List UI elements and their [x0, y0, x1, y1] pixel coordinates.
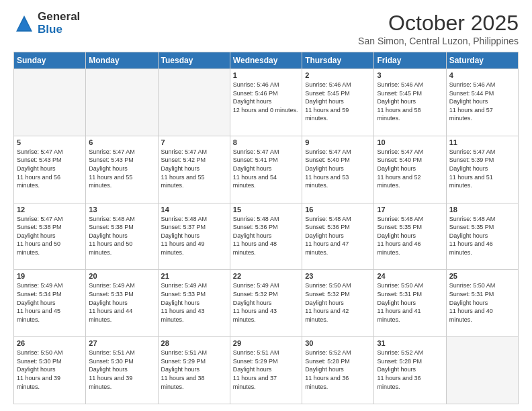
calendar-cell: 2Sunrise: 5:46 AMSunset: 5:45 PMDaylight… — [302, 69, 374, 136]
calendar-cell: 7Sunrise: 5:47 AMSunset: 5:42 PMDaylight… — [158, 136, 230, 203]
day-number: 23 — [305, 272, 371, 280]
calendar-cell: 26Sunrise: 5:50 AMSunset: 5:30 PMDayligh… — [14, 337, 86, 404]
day-number: 16 — [305, 205, 371, 214]
calendar-cell: 10Sunrise: 5:47 AMSunset: 5:40 PMDayligh… — [374, 136, 446, 203]
day-number: 20 — [89, 272, 154, 280]
day-number: 30 — [305, 339, 371, 347]
calendar-cell — [158, 69, 230, 136]
calendar-week-5: 26Sunrise: 5:50 AMSunset: 5:30 PMDayligh… — [14, 337, 519, 404]
calendar-cell: 28Sunrise: 5:51 AMSunset: 5:29 PMDayligh… — [158, 337, 230, 404]
calendar-cell — [446, 337, 518, 404]
calendar-cell: 23Sunrise: 5:50 AMSunset: 5:32 PMDayligh… — [302, 270, 374, 337]
day-info: Sunrise: 5:51 AMSunset: 5:29 PMDaylight … — [161, 349, 227, 391]
calendar-cell — [86, 69, 158, 136]
day-info: Sunrise: 5:49 AMSunset: 5:32 PMDaylight … — [233, 281, 299, 324]
day-info: Sunrise: 5:48 AMSunset: 5:35 PMDaylight … — [449, 215, 515, 257]
calendar-table: SundayMondayTuesdayWednesdayThursdayFrid… — [13, 52, 519, 404]
calendar-cell: 20Sunrise: 5:49 AMSunset: 5:33 PMDayligh… — [86, 270, 158, 337]
day-info: Sunrise: 5:47 AMSunset: 5:40 PMDaylight … — [305, 148, 371, 190]
day-number: 11 — [449, 138, 515, 146]
calendar-header-monday: Monday — [86, 52, 158, 69]
calendar-cell: 1Sunrise: 5:46 AMSunset: 5:46 PMDaylight… — [230, 69, 302, 136]
calendar-cell: 22Sunrise: 5:49 AMSunset: 5:32 PMDayligh… — [230, 270, 302, 337]
day-number: 8 — [233, 138, 299, 146]
calendar-cell: 18Sunrise: 5:48 AMSunset: 5:35 PMDayligh… — [446, 203, 518, 270]
calendar-cell: 17Sunrise: 5:48 AMSunset: 5:35 PMDayligh… — [374, 203, 446, 270]
day-number: 9 — [305, 138, 371, 146]
calendar-week-4: 19Sunrise: 5:49 AMSunset: 5:34 PMDayligh… — [14, 270, 519, 337]
day-number: 31 — [377, 339, 443, 347]
day-number: 1 — [233, 71, 299, 79]
day-number: 29 — [233, 339, 299, 347]
calendar-cell: 12Sunrise: 5:47 AMSunset: 5:38 PMDayligh… — [14, 203, 86, 270]
calendar-cell: 21Sunrise: 5:49 AMSunset: 5:33 PMDayligh… — [158, 270, 230, 337]
day-number: 7 — [161, 138, 227, 146]
day-number: 25 — [449, 272, 515, 280]
day-info: Sunrise: 5:51 AMSunset: 5:29 PMDaylight … — [233, 349, 299, 391]
day-info: Sunrise: 5:52 AMSunset: 5:28 PMDaylight … — [305, 349, 371, 391]
calendar-header-row: SundayMondayTuesdayWednesdayThursdayFrid… — [14, 52, 519, 69]
logo-icon — [13, 13, 35, 34]
day-info: Sunrise: 5:49 AMSunset: 5:33 PMDaylight … — [89, 281, 154, 324]
day-number: 4 — [449, 71, 515, 79]
calendar-header-sunday: Sunday — [14, 52, 86, 69]
day-info: Sunrise: 5:48 AMSunset: 5:37 PMDaylight … — [161, 215, 227, 257]
calendar-cell: 6Sunrise: 5:47 AMSunset: 5:43 PMDaylight… — [86, 136, 158, 203]
calendar-cell: 9Sunrise: 5:47 AMSunset: 5:40 PMDaylight… — [302, 136, 374, 203]
day-number: 3 — [377, 71, 443, 79]
calendar-cell: 24Sunrise: 5:50 AMSunset: 5:31 PMDayligh… — [374, 270, 446, 337]
calendar-cell: 25Sunrise: 5:50 AMSunset: 5:31 PMDayligh… — [446, 270, 518, 337]
month-title: October 2025 — [358, 11, 519, 36]
day-number: 17 — [377, 205, 443, 214]
calendar-cell: 5Sunrise: 5:47 AMSunset: 5:43 PMDaylight… — [14, 136, 86, 203]
day-info: Sunrise: 5:50 AMSunset: 5:31 PMDaylight … — [377, 281, 443, 324]
calendar-cell: 13Sunrise: 5:48 AMSunset: 5:38 PMDayligh… — [86, 203, 158, 270]
day-number: 14 — [161, 205, 227, 214]
day-info: Sunrise: 5:48 AMSunset: 5:35 PMDaylight … — [377, 215, 443, 257]
calendar-week-1: 1Sunrise: 5:46 AMSunset: 5:46 PMDaylight… — [14, 69, 519, 136]
logo-general: General — [38, 11, 80, 24]
day-info: Sunrise: 5:48 AMSunset: 5:36 PMDaylight … — [233, 215, 299, 257]
day-info: Sunrise: 5:46 AMSunset: 5:44 PMDaylight … — [449, 81, 515, 123]
calendar-cell: 30Sunrise: 5:52 AMSunset: 5:28 PMDayligh… — [302, 337, 374, 404]
day-number: 28 — [161, 339, 227, 347]
calendar-week-2: 5Sunrise: 5:47 AMSunset: 5:43 PMDaylight… — [14, 136, 519, 203]
calendar-cell: 8Sunrise: 5:47 AMSunset: 5:41 PMDaylight… — [230, 136, 302, 203]
day-number: 13 — [89, 205, 154, 214]
logo: General Blue — [13, 11, 80, 36]
day-info: Sunrise: 5:47 AMSunset: 5:40 PMDaylight … — [377, 148, 443, 190]
day-info: Sunrise: 5:47 AMSunset: 5:43 PMDaylight … — [17, 148, 83, 190]
day-number: 24 — [377, 272, 443, 280]
day-info: Sunrise: 5:46 AMSunset: 5:45 PMDaylight … — [305, 81, 371, 123]
day-info: Sunrise: 5:47 AMSunset: 5:38 PMDaylight … — [17, 215, 83, 257]
page: General Blue October 2025 San Simon, Cen… — [0, 0, 532, 411]
calendar-header-friday: Friday — [374, 52, 446, 69]
day-number: 19 — [17, 272, 83, 280]
day-info: Sunrise: 5:48 AMSunset: 5:36 PMDaylight … — [305, 215, 371, 257]
day-number: 2 — [305, 71, 371, 79]
calendar-cell: 3Sunrise: 5:46 AMSunset: 5:45 PMDaylight… — [374, 69, 446, 136]
day-info: Sunrise: 5:49 AMSunset: 5:33 PMDaylight … — [161, 281, 227, 324]
location-title: San Simon, Central Luzon, Philippines — [358, 36, 519, 46]
day-number: 15 — [233, 205, 299, 214]
calendar-week-3: 12Sunrise: 5:47 AMSunset: 5:38 PMDayligh… — [14, 203, 519, 270]
calendar-cell — [14, 69, 86, 136]
day-number: 12 — [17, 205, 83, 214]
calendar-cell: 29Sunrise: 5:51 AMSunset: 5:29 PMDayligh… — [230, 337, 302, 404]
calendar-cell: 16Sunrise: 5:48 AMSunset: 5:36 PMDayligh… — [302, 203, 374, 270]
calendar-cell: 19Sunrise: 5:49 AMSunset: 5:34 PMDayligh… — [14, 270, 86, 337]
day-info: Sunrise: 5:50 AMSunset: 5:31 PMDaylight … — [449, 281, 515, 324]
day-info: Sunrise: 5:50 AMSunset: 5:30 PMDaylight … — [17, 349, 83, 391]
day-info: Sunrise: 5:48 AMSunset: 5:38 PMDaylight … — [89, 215, 154, 257]
day-number: 10 — [377, 138, 443, 146]
day-info: Sunrise: 5:46 AMSunset: 5:45 PMDaylight … — [377, 81, 443, 123]
calendar-cell: 27Sunrise: 5:51 AMSunset: 5:30 PMDayligh… — [86, 337, 158, 404]
calendar-header-wednesday: Wednesday — [230, 52, 302, 69]
calendar-cell: 14Sunrise: 5:48 AMSunset: 5:37 PMDayligh… — [158, 203, 230, 270]
day-info: Sunrise: 5:47 AMSunset: 5:41 PMDaylight … — [233, 148, 299, 190]
day-number: 26 — [17, 339, 83, 347]
day-number: 5 — [17, 138, 83, 146]
svg-marker-1 — [17, 18, 31, 30]
day-number: 18 — [449, 205, 515, 214]
calendar-header-tuesday: Tuesday — [158, 52, 230, 69]
